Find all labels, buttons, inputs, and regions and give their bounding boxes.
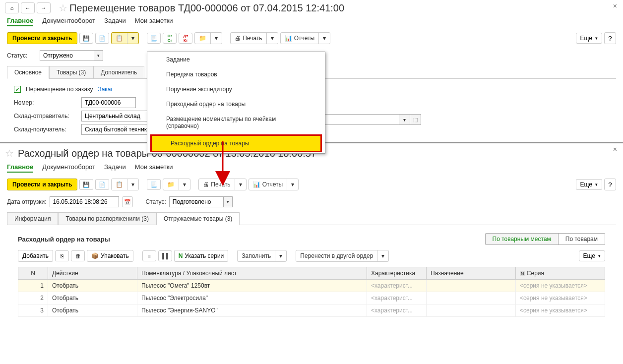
create-based-button[interactable]: 📋 ▾ [111, 32, 139, 44]
dropdown-arrow-icon[interactable]: ▾ [318, 33, 330, 44]
dropdown-arrow-icon[interactable]: ▾ [235, 179, 246, 190]
help-button[interactable]: ? [604, 179, 616, 190]
menu-item-expense-order[interactable]: Расходный ордер на товары [152, 136, 320, 151]
dropdown-arrow-icon[interactable]: ▾ [94, 50, 103, 61]
number-input[interactable] [81, 97, 136, 108]
more-button[interactable]: Еще [576, 179, 602, 190]
folder-icon[interactable]: 📁 [195, 33, 210, 44]
dtcr-icon[interactable]: DrCr [163, 33, 177, 44]
reports-button[interactable]: 📊Отчеты ▾ [249, 179, 299, 190]
receiver-label: Склад-получатель: [14, 126, 78, 133]
post-close-button[interactable]: Провести и закрыть [7, 32, 77, 44]
dropdown-arrow-icon[interactable]: ▾ [127, 33, 138, 44]
attach-button[interactable]: 📁 ▾ [163, 179, 190, 190]
col-n[interactable]: N [18, 267, 48, 280]
home-icon[interactable]: ⌂ [5, 2, 19, 13]
status-select[interactable] [169, 196, 224, 207]
favorite-icon[interactable]: ☆ [5, 147, 14, 159]
print-button[interactable]: 🖨Печать ▾ [230, 32, 278, 44]
order-checkbox[interactable]: ✔ [14, 86, 21, 93]
dropdown-arrow-icon[interactable]: ▾ [266, 33, 278, 44]
attach-button[interactable]: 📁 ▾ [194, 32, 222, 44]
create-based-icon[interactable]: 📋 [112, 33, 127, 44]
table-row[interactable]: 2 Отобрать Пылесос "Электросила" <характ… [18, 292, 605, 304]
table-row[interactable]: 3 Отобрать Пылесос "Энергия-SANYO" <хара… [18, 304, 605, 317]
nav-docflow[interactable]: Документооборот [42, 162, 95, 173]
post-icon[interactable]: 📄 [95, 33, 109, 44]
dropdown-arrow-icon[interactable]: ▾ [127, 179, 138, 190]
col-characteristic[interactable]: Характеристика [367, 267, 427, 280]
col-series[interactable]: N Серия [516, 267, 605, 280]
nav-tasks[interactable]: Задачи [104, 16, 126, 26]
doc-icon[interactable]: 📃 [147, 179, 161, 190]
col-action[interactable]: Действие [48, 267, 137, 280]
dropdown-arrow-icon[interactable]: ▾ [275, 250, 286, 261]
toggle-by-goods[interactable]: По товарам [558, 234, 605, 244]
dtkt-icon[interactable]: ДтКт [179, 33, 192, 44]
doc-icon[interactable]: 📃 [147, 33, 161, 44]
reports-button[interactable]: 📊Отчеты ▾ [280, 32, 330, 44]
ship-date-input[interactable] [50, 196, 119, 207]
tab-order-goods[interactable]: Товары по распоряжениям (3) [58, 212, 156, 225]
barcode-icon[interactable]: ║║ [158, 250, 172, 261]
print-button[interactable]: 🖨Печать ▾ [198, 179, 246, 190]
help-button[interactable]: ? [604, 32, 616, 44]
table-more-button[interactable]: Еще [579, 250, 605, 261]
tab-main[interactable]: Основное [7, 66, 49, 79]
post-close-button[interactable]: Провести и закрыть [7, 179, 77, 190]
create-based-icon[interactable]: 📋 [112, 179, 127, 190]
status-select[interactable] [40, 50, 94, 61]
move-button[interactable]: Перенести в другой ордер ▾ [296, 250, 389, 262]
tab-shipped-goods[interactable]: Отгружаемые товары (3) [156, 212, 240, 225]
open-icon[interactable]: ⬚ [410, 114, 421, 125]
fill-button[interactable]: Заполнить ▾ [237, 250, 287, 262]
save-icon[interactable]: 💾 [79, 179, 93, 190]
dropdown-arrow-icon[interactable]: ▾ [287, 179, 298, 190]
close-icon[interactable]: × [613, 145, 617, 153]
add-button[interactable]: Добавить [18, 250, 53, 262]
nav-main[interactable]: Главное [7, 16, 33, 26]
favorite-icon[interactable]: ☆ [59, 2, 67, 14]
dropdown-arrow-icon[interactable]: ▾ [377, 250, 388, 261]
copy-icon[interactable]: ⎘ [55, 250, 69, 261]
pack-button[interactable]: 📦 Упаковать [87, 250, 133, 262]
close-icon[interactable]: × [613, 2, 617, 10]
nav-notes[interactable]: Мои заметки [135, 162, 173, 173]
menu-item-task[interactable]: Задание [147, 52, 325, 67]
table-row[interactable]: 1 Отобрать Пылесос "Омега" 1250вт <харак… [18, 280, 605, 292]
order-link[interactable]: Закаг [98, 86, 113, 93]
dropdown-arrow-icon[interactable]: ▾ [210, 33, 222, 44]
fill-label[interactable]: Заполнить [238, 250, 275, 261]
col-nomenclature[interactable]: Номенклатура / Упаковочный лист [137, 267, 367, 280]
menu-item-receipt-order[interactable]: Приходный ордер на товары [147, 97, 325, 112]
nav-notes[interactable]: Мои заметки [135, 16, 173, 26]
tab-extra[interactable]: Дополнитель [93, 66, 144, 79]
col-purpose[interactable]: Назначение [427, 267, 516, 280]
calendar-icon[interactable]: 📅 [122, 196, 133, 207]
more-button[interactable]: Еще [576, 33, 602, 44]
chart-icon: 📊 [253, 181, 260, 188]
forward-icon[interactable]: → [37, 2, 51, 13]
chart-icon: 📊 [285, 35, 292, 42]
nav-main[interactable]: Главное [7, 162, 33, 173]
dropdown-arrow-icon[interactable]: ▾ [179, 179, 190, 190]
toggle-by-places[interactable]: По товарным местам [486, 234, 558, 244]
menu-item-forwarder[interactable]: Поручение экспедитору [147, 82, 325, 97]
save-icon[interactable]: 💾 [79, 33, 93, 44]
post-icon[interactable]: 📄 [95, 179, 109, 190]
series-button[interactable]: N Указать серии [174, 250, 229, 262]
dropdown-arrow-icon[interactable]: ▾ [224, 196, 233, 207]
nav-docflow[interactable]: Документооборот [42, 16, 95, 26]
folder-icon[interactable]: 📁 [163, 179, 179, 190]
nav-tasks[interactable]: Задачи [104, 162, 126, 173]
create-based-button[interactable]: 📋 ▾ [111, 179, 139, 190]
move-label[interactable]: Перенести в другой ордер [296, 250, 377, 261]
tab-goods[interactable]: Товары (3) [49, 66, 93, 79]
tab-info[interactable]: Информация [7, 212, 58, 225]
menu-item-placement[interactable]: Размещение номенклатуры по ячейкам (спра… [147, 112, 325, 133]
delete-icon[interactable]: 🗑 [71, 250, 85, 261]
dropdown-arrow-icon[interactable]: ▾ [399, 114, 410, 125]
list-icon[interactable]: ≡ [142, 250, 156, 261]
menu-item-transfer[interactable]: Передача товаров [147, 67, 325, 82]
back-icon[interactable]: ← [21, 2, 35, 13]
